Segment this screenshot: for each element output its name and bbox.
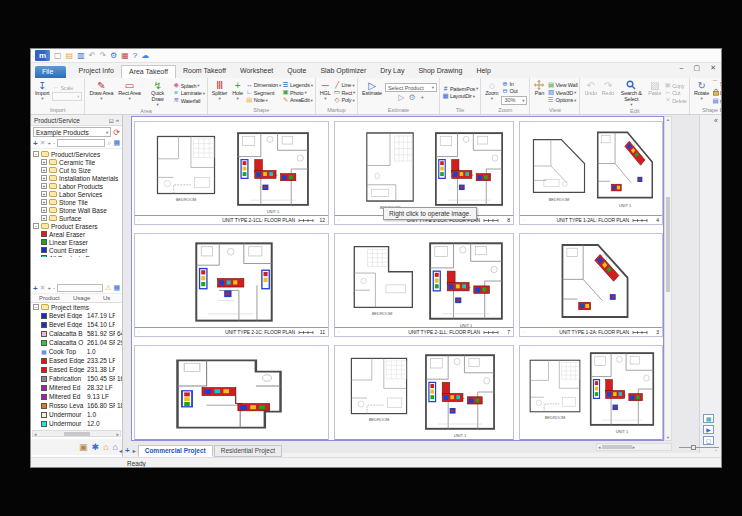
menu-tab-project-info[interactable]: Project Info bbox=[72, 65, 121, 78]
undo-s-icon[interactable]: ↶ bbox=[89, 52, 96, 60]
search-select-button[interactable]: Search & Select▾ bbox=[617, 79, 645, 107]
pattern3d-icon[interactable]: ✱ bbox=[92, 443, 100, 452]
scale-button[interactable]: ↔Scale bbox=[52, 84, 82, 91]
scroll-right-icon[interactable]: ▸ bbox=[633, 444, 636, 450]
menu-tab-dry-lay[interactable]: Dry Lay bbox=[373, 65, 411, 78]
product-row[interactable]: Undermour18.0 bbox=[31, 428, 122, 430]
tree-item-areal-eraser[interactable]: Areal Eraser bbox=[31, 230, 122, 238]
tree-item-product-erasers[interactable]: −Product Erasers bbox=[31, 222, 122, 230]
paste-button[interactable]: ▨Paste bbox=[646, 79, 663, 107]
project-tab-residential-project[interactable]: Residential Project bbox=[214, 445, 282, 457]
product-search-input[interactable] bbox=[57, 139, 105, 147]
tree-item-ceramic-tile[interactable]: +Ceramic Tile bbox=[31, 158, 122, 166]
frame-icon[interactable]: ◻ bbox=[703, 436, 714, 445]
copy-button[interactable]: ▣Copy bbox=[664, 82, 687, 89]
usage-hscrollbar[interactable]: ◂ ▸ bbox=[32, 430, 121, 437]
expand-icon[interactable]: + bbox=[48, 285, 52, 291]
tree-item-stone-tile[interactable]: +Stone Tile bbox=[31, 198, 122, 206]
expander-icon[interactable]: + bbox=[41, 159, 47, 165]
tree-item-stone-wall-base[interactable]: +Stone Wall Base bbox=[31, 206, 122, 214]
tree-item-project-items[interactable]: −Project Items bbox=[31, 303, 122, 311]
drawing-canvas[interactable]: BEDROOMUNIT 1·UNIT TYPE 2-1CL: FLOOR PLA… bbox=[131, 116, 664, 441]
wall-button[interactable]: ▤Wall▾ bbox=[712, 98, 721, 105]
project-tab-commercial-project[interactable]: Commercial Project bbox=[138, 445, 213, 457]
tree-item-labor-services[interactable]: +Labor Services bbox=[31, 190, 122, 198]
sheet-unit-type-2-1b-floor-plan[interactable]: ·UNIT TYPE 2-1B: FLOOR PLAN10 bbox=[134, 345, 329, 441]
estimate-button[interactable]: ▷Estimate bbox=[360, 79, 384, 106]
home-export-icon[interactable]: ⌂ bbox=[113, 443, 118, 452]
product-row[interactable]: Rosso Leva166.80 SF18.5 bbox=[31, 401, 122, 410]
close-button[interactable]: ✕ bbox=[710, 64, 716, 72]
cloud-icon[interactable]: ☁ bbox=[141, 52, 149, 60]
layoutdir-button[interactable]: ▦LayoutDir▾ bbox=[442, 93, 478, 100]
add-icon[interactable]: + bbox=[33, 284, 38, 293]
pan-button[interactable]: Pan bbox=[532, 79, 546, 106]
help-icon[interactable]: ? bbox=[133, 52, 137, 60]
product-row[interactable]: Bevel Edge147.19 LF bbox=[31, 311, 122, 320]
product-row[interactable]: ▦Cook Top1.0 bbox=[31, 347, 122, 356]
scroll-left-icon[interactable]: ◂ bbox=[598, 444, 601, 450]
expander-icon[interactable]: − bbox=[33, 223, 39, 229]
apps-icon[interactable]: ▦ bbox=[121, 52, 129, 60]
sheet-unit-type-1-2a-floor-plan[interactable]: ·UNIT TYPE 1-2A: FLOOR PLAN3 bbox=[519, 233, 663, 337]
scroll-up-icon[interactable]: ▴ bbox=[665, 117, 671, 122]
minimize-button[interactable]: – bbox=[680, 64, 684, 72]
30-combobox[interactable]: 30%▾ bbox=[501, 96, 527, 105]
set-arc-button[interactable]: ⌒Set Arc▾ bbox=[712, 80, 721, 87]
delete-button[interactable]: ✕Delete bbox=[664, 97, 687, 104]
layers-icon[interactable]: ▦ bbox=[703, 414, 714, 423]
poly-button[interactable]: ◇Poly▾ bbox=[334, 97, 356, 104]
file-menu-button[interactable]: File ▾ bbox=[35, 66, 66, 78]
sheet-unit-type-2-1l-floor-plan[interactable]: BEDROOMUNIT 1·UNIT TYPE 2-1L: FLOOR PLAN… bbox=[334, 345, 514, 441]
canvas-vscrollbar[interactable]: ▴ ▾ bbox=[664, 116, 672, 441]
redo-button[interactable]: ↷Redo bbox=[600, 79, 616, 107]
hgl-button[interactable]: ─HGL▾ bbox=[318, 79, 333, 106]
estimate-quick-actions[interactable]: ▷⚙·▾ bbox=[385, 93, 437, 102]
menu-tab-area-takeoff[interactable]: Area Takeoff bbox=[121, 65, 176, 78]
gear-sm-icon[interactable]: ⚙ bbox=[409, 93, 416, 102]
expander-icon[interactable]: + bbox=[41, 199, 47, 205]
column-header-usage[interactable]: Usage bbox=[73, 295, 103, 301]
scroll-thumb[interactable] bbox=[666, 197, 670, 292]
select-product-combobox[interactable]: Select Product▾ bbox=[385, 83, 437, 92]
add-tab-icon[interactable]: + bbox=[125, 446, 130, 455]
photo-button[interactable]: ▣Photo▾ bbox=[282, 89, 313, 96]
pin-icon[interactable]: ⊡ bbox=[109, 117, 114, 124]
scroll-right-icon[interactable]: ▸ bbox=[116, 431, 119, 437]
scroll-left-icon[interactable]: ◂ bbox=[34, 431, 37, 437]
product-set-select[interactable]: Example Products ▾ bbox=[33, 127, 111, 137]
import-button[interactable]: ↧Import▾ bbox=[33, 79, 51, 106]
menu-tab-shop-drawing[interactable]: Shop Drawing bbox=[411, 65, 469, 78]
segment-button[interactable]: ∟Segment bbox=[246, 89, 281, 96]
save-icon[interactable]: ▥ bbox=[77, 52, 85, 60]
menu-tab-room-takeoff[interactable]: Room Takeoff bbox=[176, 65, 233, 78]
product-row[interactable]: Undermour1.0 bbox=[31, 410, 122, 419]
tree-item-labor-products[interactable]: +Labor Products bbox=[31, 182, 122, 190]
maximize-button[interactable]: ▢ bbox=[694, 64, 701, 72]
sheet-unit-type-2-1cl-floor-plan[interactable]: BEDROOMUNIT 1·UNIT TYPE 2-1CL: FLOOR PLA… bbox=[134, 121, 329, 225]
waterfall-button[interactable]: ≋Waterfall bbox=[173, 97, 205, 104]
tree-item-installation-materials[interactable]: +Installation Materials bbox=[31, 174, 122, 182]
sheet-unit-type-1-2-floor-plan[interactable]: BEDROOMUNIT 1·UNIT TYPE 1-2: FLOOR PLAN2 bbox=[519, 345, 663, 441]
product-row[interactable]: Mitered Ed28.32 LF bbox=[31, 383, 122, 392]
collapse-icon[interactable]: « bbox=[116, 117, 119, 123]
hole-button[interactable]: +Hole▾ bbox=[230, 79, 245, 106]
product-row[interactable]: Eased Edge233.25 LF bbox=[31, 356, 122, 365]
collapse-left-icon[interactable]: « bbox=[714, 117, 718, 124]
grid-view-icon[interactable]: ▦ bbox=[113, 284, 120, 292]
collapse-all-icon[interactable]: - bbox=[53, 285, 55, 291]
scroll-thumb[interactable] bbox=[602, 445, 632, 449]
usage-search-input[interactable] bbox=[57, 284, 103, 292]
package-icon[interactable]: ▣ bbox=[79, 443, 88, 452]
zoom-slider-handle[interactable] bbox=[691, 445, 696, 450]
grid-view-icon[interactable]: ▦ bbox=[113, 139, 120, 147]
product-row[interactable]: Eased Edge231.38 LF bbox=[31, 365, 122, 374]
sheet-unit-type-1-2al-floor-plan[interactable]: BEDROOMUNIT 1·UNIT TYPE 1-2AL: FLOOR PLA… bbox=[519, 121, 663, 225]
refresh-icon[interactable]: ⟳ bbox=[113, 128, 120, 137]
play-sm-icon[interactable]: ▷ bbox=[398, 93, 404, 102]
expander-icon[interactable]: + bbox=[41, 175, 47, 181]
scroll-down-icon[interactable]: ▾ bbox=[665, 435, 671, 440]
draw-area-button[interactable]: ✎Draw Area▾ bbox=[87, 79, 115, 107]
zoom-button[interactable]: ◌Zoom▾ bbox=[483, 79, 500, 106]
rect-button[interactable]: ▭Rect▾ bbox=[334, 89, 356, 96]
